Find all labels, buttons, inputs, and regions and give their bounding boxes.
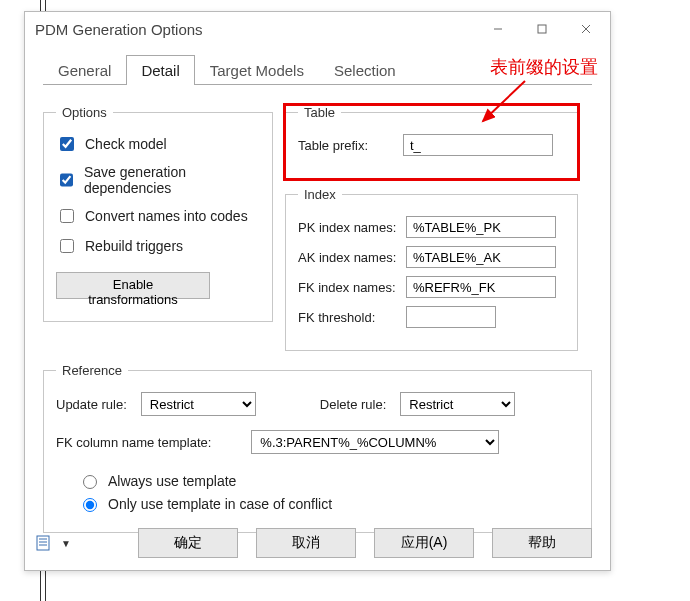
update-rule-label: Update rule: (56, 397, 127, 412)
close-button[interactable] (564, 17, 608, 41)
options-group: Options Check model Save generation depe… (43, 105, 273, 322)
radio-always-row[interactable]: Always use template (78, 472, 579, 489)
window-title: PDM Generation Options (35, 21, 476, 38)
convert-names-row[interactable]: Convert names into codes (56, 206, 260, 226)
options-sheet-icon (36, 535, 54, 551)
minimize-button[interactable] (476, 17, 520, 41)
table-prefix-label: Table prefix: (298, 138, 403, 153)
tab-strip: General Detail Target Models Selection (43, 52, 592, 85)
svg-rect-4 (37, 536, 49, 550)
maximize-button[interactable] (520, 17, 564, 41)
convert-names-checkbox[interactable] (60, 209, 74, 223)
save-deps-checkbox[interactable] (60, 173, 73, 187)
enable-transformations-button[interactable]: Enable transformations (56, 272, 210, 299)
save-deps-label: Save generation dependencies (84, 164, 260, 196)
options-icon[interactable] (33, 532, 57, 554)
help-button[interactable]: 帮助 (492, 528, 592, 558)
save-deps-row[interactable]: Save generation dependencies (56, 164, 260, 196)
fk-threshold-input[interactable] (406, 306, 496, 328)
table-legend: Table (298, 105, 341, 120)
convert-names-label: Convert names into codes (85, 208, 248, 224)
check-model-row[interactable]: Check model (56, 134, 260, 154)
fkcol-template-label: FK column name template: (56, 435, 211, 450)
index-legend: Index (298, 187, 342, 202)
delete-rule-select[interactable]: Restrict (400, 392, 515, 416)
chevron-down-icon[interactable]: ▼ (61, 538, 71, 549)
close-icon (581, 24, 591, 34)
ak-index-input[interactable] (406, 246, 556, 268)
tab-target-models[interactable]: Target Models (195, 55, 319, 85)
bottom-bar: ▼ 确定 取消 应用(A) 帮助 (33, 528, 592, 558)
ok-button[interactable]: 确定 (138, 528, 238, 558)
rebuild-triggers-label: Rebuild triggers (85, 238, 183, 254)
fk-threshold-label: FK threshold: (298, 310, 406, 325)
dialog-window: PDM Generation Options General Detail Ta… (24, 11, 611, 571)
ak-index-label: AK index names: (298, 250, 406, 265)
table-group: Table Table prefix: (285, 105, 578, 179)
radio-conflict-label: Only use template in case of conflict (108, 496, 332, 512)
tab-detail[interactable]: Detail (126, 55, 194, 85)
update-rule-select[interactable]: Restrict (141, 392, 256, 416)
minimize-icon (493, 24, 503, 34)
delete-rule-label: Delete rule: (320, 397, 386, 412)
fk-index-label: FK index names: (298, 280, 406, 295)
tab-selection[interactable]: Selection (319, 55, 411, 85)
radio-always-label: Always use template (108, 473, 236, 489)
options-legend: Options (56, 105, 113, 120)
maximize-icon (537, 24, 547, 34)
pk-index-input[interactable] (406, 216, 556, 238)
cancel-button[interactable]: 取消 (256, 528, 356, 558)
fkcol-template-select[interactable]: %.3:PARENT%_%COLUMN% (251, 430, 499, 454)
client-area: General Detail Target Models Selection O… (25, 46, 610, 545)
tab-general[interactable]: General (43, 55, 126, 85)
check-model-checkbox[interactable] (60, 137, 74, 151)
radio-conflict-row[interactable]: Only use template in case of conflict (78, 495, 579, 512)
radio-always[interactable] (83, 475, 97, 489)
apply-button[interactable]: 应用(A) (374, 528, 474, 558)
rebuild-triggers-row[interactable]: Rebuild triggers (56, 236, 260, 256)
radio-conflict[interactable] (83, 498, 97, 512)
fk-index-input[interactable] (406, 276, 556, 298)
reference-group: Reference Update rule: Restrict Delete r… (43, 363, 592, 533)
index-group: Index PK index names: AK index names: FK… (285, 187, 578, 351)
reference-legend: Reference (56, 363, 128, 378)
rebuild-triggers-checkbox[interactable] (60, 239, 74, 253)
titlebar: PDM Generation Options (25, 12, 610, 46)
check-model-label: Check model (85, 136, 167, 152)
pk-index-label: PK index names: (298, 220, 406, 235)
svg-rect-1 (538, 25, 546, 33)
table-prefix-input[interactable] (403, 134, 553, 156)
